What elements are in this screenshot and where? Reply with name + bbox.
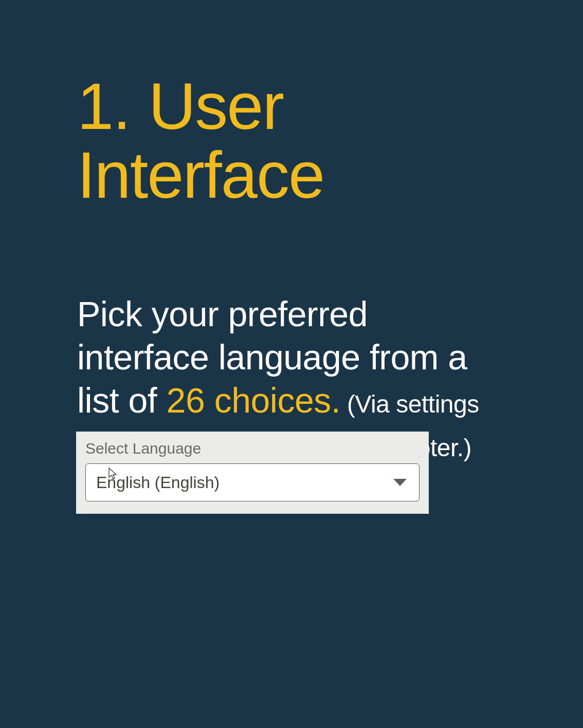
select-language-label: Select Language	[85, 440, 420, 457]
body-accent: 26 choices.	[167, 381, 340, 420]
slide-title: 1.User Interface	[77, 72, 506, 210]
language-panel: Select Language English (English)	[76, 432, 429, 514]
slide: 1.User Interface Pick your preferred int…	[0, 0, 583, 728]
language-select[interactable]: English (English)	[85, 463, 420, 501]
slide-number: 1.	[77, 72, 130, 141]
language-select-value: English (English)	[96, 473, 220, 492]
chevron-down-icon	[393, 479, 407, 486]
